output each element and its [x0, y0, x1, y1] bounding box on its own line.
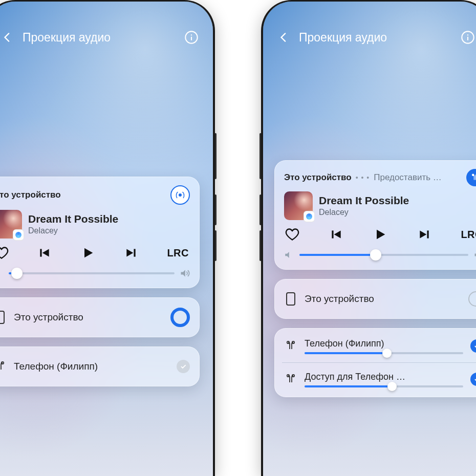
svg-rect-26: [287, 293, 295, 305]
svg-rect-19: [332, 230, 333, 238]
svg-marker-6: [84, 248, 93, 258]
device-label: Это устройство: [14, 312, 163, 323]
page-title: Проекция аудио: [299, 31, 461, 45]
now-playing-card: Это устройство Dream It Possible Delacey: [0, 177, 200, 288]
svg-point-3: [179, 193, 182, 197]
previous-button[interactable]: [330, 228, 343, 241]
like-button[interactable]: [285, 227, 299, 242]
now-playing-card: Это устройство • • • Предоставить … Drea…: [274, 160, 476, 270]
volume-slider[interactable]: [0, 267, 190, 279]
info-icon[interactable]: [184, 30, 199, 45]
tab-share[interactable]: Предоставить …: [374, 172, 442, 183]
app-header: Проекция аудио: [0, 26, 213, 49]
track-title: Dream It Possible: [319, 194, 409, 207]
check-selected[interactable]: [470, 373, 476, 386]
phone-left: Проекция аудио Это устройство: [0, 0, 215, 476]
device-label: Телефон (Филипп): [14, 361, 169, 372]
device-row-earbuds[interactable]: Телефон (Филипп): [0, 347, 200, 386]
radio-unselected[interactable]: [468, 291, 476, 307]
phone-right: Проекция аудио Это устройство • • • Пред…: [261, 0, 476, 476]
device-row-this[interactable]: Это устройство: [0, 297, 200, 337]
svg-point-1: [191, 34, 192, 35]
speaker-high-icon: [180, 268, 190, 278]
svg-rect-7: [134, 249, 135, 256]
music-app-icon: [13, 229, 24, 241]
tab-this-device[interactable]: Это устройство: [284, 172, 352, 183]
earbuds-icon: [284, 373, 297, 385]
earbuds-share-icon[interactable]: [466, 169, 476, 186]
back-icon[interactable]: [1, 31, 14, 44]
page-title: Проекция аудио: [23, 31, 184, 45]
svg-rect-22: [427, 230, 428, 238]
svg-marker-8: [126, 249, 133, 256]
check-unselected[interactable]: [177, 360, 190, 373]
device-label: Это устройство: [305, 293, 461, 305]
svg-marker-21: [377, 230, 385, 240]
tab-separator: • • •: [356, 174, 370, 182]
album-art[interactable]: [0, 210, 22, 239]
volume-slider[interactable]: [284, 249, 476, 261]
previous-button[interactable]: [38, 246, 51, 259]
earbuds-icon: [284, 340, 297, 352]
play-button[interactable]: [373, 227, 387, 242]
earbuds-icon: [0, 360, 7, 373]
device-group-shared: Телефон (Филипп) Доступ для Телефон …: [274, 328, 476, 397]
back-icon[interactable]: [277, 31, 291, 44]
svg-marker-10: [181, 270, 185, 276]
like-button[interactable]: [0, 246, 9, 260]
next-button[interactable]: [418, 228, 431, 241]
check-selected[interactable]: [470, 339, 476, 353]
track-artist: Delacey: [319, 208, 409, 217]
next-button[interactable]: [124, 246, 138, 259]
svg-point-15: [467, 34, 468, 35]
device-row-a[interactable]: Телефон (Филипп): [284, 335, 476, 357]
speaker-high-icon: [473, 250, 476, 260]
device-row-b[interactable]: Доступ для Телефон …: [284, 368, 476, 391]
audio-cast-icon[interactable]: [170, 185, 190, 205]
device-row-this[interactable]: Это устройство: [274, 279, 476, 319]
music-app-icon: [304, 211, 315, 222]
lyrics-button[interactable]: LRC: [167, 247, 189, 259]
radio-selected[interactable]: [170, 308, 190, 327]
speaker-low-icon: [284, 250, 294, 259]
svg-marker-20: [334, 230, 341, 238]
svg-marker-24: [285, 252, 289, 258]
svg-marker-23: [420, 230, 426, 238]
lyrics-button[interactable]: LRC: [461, 229, 476, 241]
track-artist: Delacey: [28, 226, 118, 235]
svg-rect-4: [40, 249, 42, 256]
divider: [282, 362, 476, 363]
device-label: Доступ для Телефон …: [305, 372, 463, 382]
tab-this-device[interactable]: Это устройство: [0, 190, 61, 200]
svg-marker-5: [42, 249, 49, 256]
app-header: Проекция аудио: [263, 26, 476, 49]
phone-icon: [284, 292, 297, 306]
play-button[interactable]: [81, 246, 95, 260]
device-label: Телефон (Филипп): [305, 338, 463, 349]
svg-point-17: [472, 174, 474, 176]
info-icon[interactable]: [461, 30, 475, 45]
album-art[interactable]: [284, 191, 313, 220]
track-title: Dream It Possible: [28, 213, 118, 225]
svg-rect-11: [0, 311, 4, 323]
device-volume-slider[interactable]: [305, 352, 463, 354]
phone-icon: [0, 310, 7, 324]
device-volume-slider[interactable]: [305, 385, 463, 387]
speaker-low-icon: [0, 269, 4, 278]
